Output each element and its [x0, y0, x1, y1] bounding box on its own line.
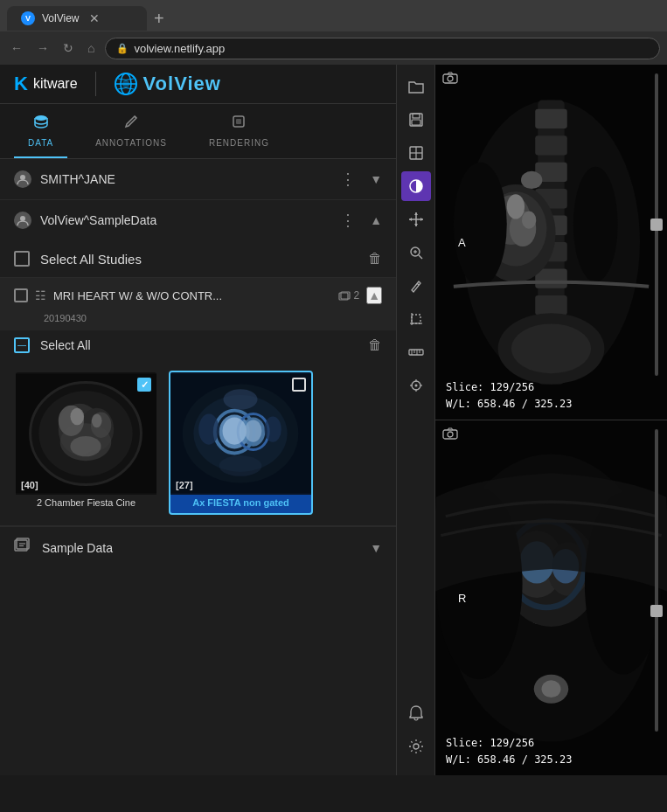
user-header-volview[interactable]: VolView^SampleData ⋮ ▲ — [0, 200, 396, 240]
delete-series-button[interactable]: 🗑 — [368, 337, 382, 353]
select-all-studies-checkbox[interactable] — [14, 251, 30, 267]
camera-top-icon — [442, 72, 458, 87]
svg-rect-58 — [412, 315, 420, 323]
slice-info-top: Slice: 129/256 W/L: 658.46 / 325.23 — [446, 379, 573, 413]
browser-tab[interactable]: VolView ✕ — [7, 6, 147, 31]
svg-point-30 — [223, 417, 247, 444]
series-count-2: [27] — [176, 480, 193, 490]
settings-button[interactable] — [401, 732, 431, 761]
svg-rect-42 — [412, 120, 420, 125]
tab-rendering[interactable]: RENDERING — [195, 104, 283, 158]
slider-top[interactable] — [653, 73, 660, 376]
browser-navigation: ← → ↻ ⌂ 🔒 volview.netlify.app — [0, 31, 667, 65]
svg-point-35 — [219, 455, 262, 475]
slider-bottom[interactable] — [653, 429, 660, 732]
delete-all-studies-button[interactable]: 🗑 — [368, 251, 382, 267]
svg-line-57 — [417, 283, 419, 285]
zoom-button[interactable] — [401, 238, 431, 267]
orientation-label-bottom: R — [458, 592, 466, 605]
sample-data-expand-button[interactable]: ▼ — [370, 541, 382, 555]
svg-point-72 — [413, 744, 419, 749]
study-series-count: 2 — [338, 289, 359, 302]
paint-button[interactable] — [401, 271, 431, 301]
series-checkbox-1[interactable] — [137, 378, 151, 392]
sample-data-section[interactable]: Sample Data ▼ — [0, 526, 396, 568]
address-bar[interactable]: 🔒 volview.netlify.app — [105, 38, 660, 59]
svg-point-74 — [448, 76, 453, 81]
svg-point-32 — [223, 389, 257, 409]
slice-info-bottom: Slice: 129/256 W/L: 658.46 / 325.23 — [446, 735, 573, 768]
reload-button[interactable]: ↻ — [59, 38, 77, 59]
svg-point-31 — [245, 420, 262, 441]
user-collapse-button-smith[interactable]: ▼ — [370, 172, 382, 186]
volview-label: VolView — [143, 73, 221, 95]
crosshair-button[interactable] — [401, 371, 431, 400]
study-checkbox-mri[interactable] — [14, 288, 28, 302]
select-all-studies-label: Select All Studies — [40, 252, 358, 267]
ruler-button[interactable] — [401, 337, 431, 367]
user-name-smith: SMITH^JANE — [40, 172, 326, 186]
viewer-bottom-image — [435, 420, 667, 775]
slider-thumb-bottom[interactable] — [650, 605, 663, 617]
kitware-k-icon: K — [14, 73, 28, 95]
user-name-volview: VolView^SampleData — [40, 213, 326, 227]
svg-rect-61 — [409, 350, 423, 355]
svg-point-21 — [92, 414, 102, 428]
user-collapse-button-volview[interactable]: ▲ — [370, 213, 382, 227]
series-thumb-1[interactable]: [40] 2 Chamber Fiesta Cine — [14, 371, 158, 515]
svg-rect-41 — [413, 114, 420, 118]
svg-point-33 — [198, 414, 219, 445]
sample-data-label: Sample Data — [42, 541, 361, 555]
camera-bottom-icon — [442, 427, 458, 443]
slider-thumb-top[interactable] — [650, 219, 663, 231]
study-stacked-icon: ☷ — [35, 288, 46, 302]
svg-point-8 — [20, 216, 25, 221]
new-tab-button[interactable]: + — [147, 9, 171, 29]
tab-bar: VolView ✕ + — [0, 0, 667, 31]
series-canvas-1 — [16, 372, 156, 495]
open-folder-button[interactable] — [401, 72, 431, 101]
viewer-bottom: R — [435, 420, 667, 775]
series-thumb-2[interactable]: [27] Ax FIESTA non gated — [169, 371, 313, 515]
tab-annotations[interactable]: ANNOTATIONS — [81, 104, 181, 158]
tab-data[interactable]: DATA — [14, 104, 67, 158]
svg-point-95 — [522, 211, 536, 228]
svg-point-34 — [264, 416, 281, 441]
contrast-button[interactable] — [401, 171, 431, 201]
notifications-button[interactable] — [401, 698, 431, 728]
svg-marker-50 — [414, 224, 418, 226]
series-checkbox-2[interactable] — [292, 378, 306, 392]
tab-data-label: DATA — [28, 138, 53, 148]
crop-button[interactable] — [401, 304, 431, 334]
user-header-smith[interactable]: SMITH^JANE ⋮ ▼ — [0, 159, 396, 199]
data-tab-icon — [32, 113, 50, 135]
svg-rect-6 — [236, 119, 241, 124]
close-tab-button[interactable]: ✕ — [89, 11, 100, 25]
back-button[interactable]: ← — [7, 38, 26, 59]
layout-button[interactable] — [401, 138, 431, 168]
wl-label-bottom: W/L: 658.46 / 325.23 — [446, 752, 573, 768]
user-avatar-smith — [14, 170, 31, 188]
app-container: K kitware VolView — [0, 65, 667, 775]
slider-track-bottom — [655, 429, 658, 732]
svg-marker-51 — [409, 218, 412, 221]
save-button[interactable] — [401, 105, 431, 135]
forward-button[interactable]: → — [33, 38, 52, 59]
series-canvas-2 — [170, 372, 311, 495]
logo-area: K kitware VolView — [0, 72, 235, 96]
svg-rect-79 — [535, 135, 567, 155]
svg-rect-85 — [535, 295, 567, 315]
home-button[interactable]: ⌂ — [84, 38, 98, 59]
svg-marker-49 — [414, 212, 418, 215]
study-expand-button-mri[interactable]: ▲ — [366, 287, 382, 304]
svg-point-93 — [573, 167, 618, 282]
sample-data-icon — [14, 538, 33, 558]
pan-button[interactable] — [401, 205, 431, 234]
user-menu-button-smith[interactable]: ⋮ — [335, 168, 361, 191]
tab-rendering-label: RENDERING — [209, 138, 269, 148]
svg-point-97 — [511, 323, 591, 373]
annotations-tab-icon — [122, 113, 140, 135]
study-item-header-mri[interactable]: ☷ MRI HEART W/ & W/O CONTR... 2 ▲ — [0, 278, 396, 313]
user-menu-button-volview[interactable]: ⋮ — [335, 209, 361, 232]
series-select-all-checkbox[interactable] — [14, 337, 30, 353]
